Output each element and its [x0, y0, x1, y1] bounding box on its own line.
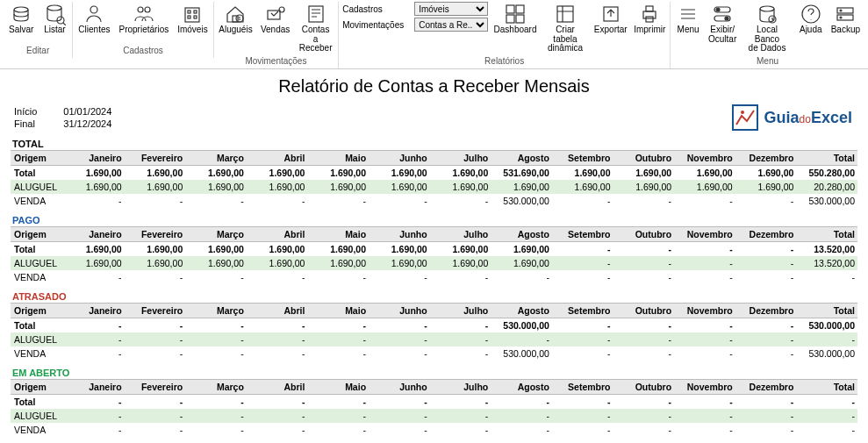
- cell: -: [369, 332, 430, 347]
- svg-rect-16: [309, 6, 323, 22]
- table-row: VENDA-------530.000,00----530.000,00: [11, 194, 857, 208]
- button-label: Clientes: [78, 25, 110, 35]
- cell: -: [796, 270, 857, 284]
- cell: 1.690,00: [674, 165, 735, 180]
- cell: -: [613, 409, 674, 423]
- cell: -: [735, 394, 797, 409]
- proprietarios-button[interactable]: Proprietários: [118, 2, 171, 36]
- cell: -: [247, 394, 308, 409]
- cell: -: [430, 394, 491, 409]
- col-month: Dezembro: [735, 379, 797, 394]
- backup-button[interactable]: Backup: [830, 2, 861, 36]
- cell: 1.690,00: [552, 165, 613, 180]
- vendas-button[interactable]: Vendas: [259, 2, 291, 36]
- data-table: OrigemJaneiroFevereiroMarçoAbrilMaioJunh…: [11, 150, 857, 208]
- exportar-button[interactable]: Exportar: [593, 2, 628, 36]
- dashboard-button[interactable]: Dashboard: [493, 2, 537, 36]
- col-month: Julho: [430, 303, 491, 318]
- cell: 1.690,00: [613, 180, 674, 194]
- cell: -: [125, 409, 186, 423]
- cell: 530.000,00: [796, 318, 857, 332]
- cell: -: [63, 409, 125, 423]
- cell: -: [735, 256, 797, 270]
- col-month: Janeiro: [63, 150, 125, 165]
- svg-point-0: [14, 7, 28, 12]
- cell: -: [185, 332, 247, 347]
- cell: -: [552, 394, 613, 409]
- svg-rect-24: [646, 6, 653, 11]
- cell: -: [430, 332, 491, 347]
- cell: -: [125, 332, 186, 347]
- cell: -: [491, 409, 552, 423]
- listar-button[interactable]: Listar: [40, 2, 68, 36]
- final-value: 31/12/2024: [44, 118, 118, 130]
- ajuda-button[interactable]: Ajuda: [797, 2, 825, 36]
- row-label: ALUGUEL: [11, 332, 63, 347]
- criar-tabela-dinamica-button[interactable]: Criar tabeladinâmica: [542, 2, 588, 54]
- cell: 1.690,00: [247, 165, 308, 180]
- cell: -: [247, 332, 308, 347]
- cell: -: [430, 423, 491, 437]
- cell: -: [247, 347, 308, 361]
- clientes-button[interactable]: Clientes: [76, 2, 111, 36]
- ribbon-group-cadastros: ClientesProprietáriosImóveisCadastros: [73, 2, 213, 58]
- svg-rect-25: [646, 17, 653, 22]
- col-month: Agosto: [491, 150, 552, 165]
- cell: -: [307, 423, 369, 437]
- col-month: Maio: [307, 150, 369, 165]
- col-month: Total: [796, 150, 857, 165]
- cell: 550.280,00: [796, 165, 857, 180]
- cell: -: [674, 409, 735, 423]
- alugueis-button[interactable]: $Aluguéis: [218, 2, 255, 36]
- imprimir-button[interactable]: Imprimir: [633, 2, 666, 36]
- cell: -: [491, 394, 552, 409]
- ribbon-group-editar: SalvarListarEditar: [4, 2, 73, 58]
- table-row: ALUGUEL1.690,001.690,001.690,001.690,001…: [11, 180, 857, 194]
- cell: -: [63, 332, 125, 347]
- col-origem: Origem: [11, 303, 63, 318]
- button-label: Aluguéis: [219, 25, 252, 35]
- row-label: VENDA: [11, 347, 63, 361]
- combo-cadastros[interactable]: Imóveis: [414, 2, 488, 16]
- menu-button[interactable]: Menu: [674, 2, 702, 36]
- cell: -: [613, 241, 674, 256]
- cell: -: [735, 347, 797, 361]
- button-label: Exportar: [594, 25, 628, 35]
- col-month: Outubro: [613, 150, 674, 165]
- cell: -: [63, 194, 125, 208]
- svg-rect-37: [733, 105, 757, 130]
- cell: 1.690,00: [369, 256, 430, 270]
- col-month: Julho: [430, 150, 491, 165]
- table-row: Total-------530.000,00----530.000,00: [11, 318, 857, 332]
- cell: -: [307, 409, 369, 423]
- row-label: VENDA: [11, 194, 63, 208]
- cell: -: [735, 194, 797, 208]
- exibir-ocultar-button[interactable]: Exibir/Ocultar: [707, 2, 737, 45]
- col-month: Janeiro: [63, 303, 125, 318]
- combo-movimentações[interactable]: Contas a Re...: [414, 18, 488, 32]
- svg-rect-20: [516, 15, 524, 23]
- svg-point-15: [279, 7, 284, 12]
- section-pago: PAGOOrigemJaneiroFevereiroMarçoAbrilMaio…: [11, 213, 857, 284]
- button-label: Contas aReceber: [298, 25, 333, 54]
- imoveis-button[interactable]: Imóveis: [176, 2, 209, 36]
- cell: -: [125, 194, 186, 208]
- col-month: Junho: [369, 150, 430, 165]
- cell: 1.690,00: [125, 241, 186, 256]
- col-month: Abril: [247, 303, 308, 318]
- combo-label: Movimentações: [342, 20, 411, 30]
- cell: -: [369, 194, 430, 208]
- cell: 530.000,00: [491, 318, 552, 332]
- local-banco-dados-button[interactable]: Local Bancode Dados: [742, 2, 792, 54]
- section-title: EM ABERTO: [11, 366, 857, 379]
- row-label: VENDA: [11, 423, 63, 437]
- inicio-label: Início: [14, 105, 44, 118]
- cell: -: [430, 409, 491, 423]
- cell: -: [674, 394, 735, 409]
- cell: 1.690,00: [63, 241, 125, 256]
- contas-receber-button[interactable]: Contas aReceber: [297, 2, 334, 54]
- cell: 1.690,00: [430, 241, 491, 256]
- salvar-button[interactable]: Salvar: [7, 2, 35, 36]
- cell: 1.690,00: [185, 256, 247, 270]
- col-month: Janeiro: [63, 226, 125, 241]
